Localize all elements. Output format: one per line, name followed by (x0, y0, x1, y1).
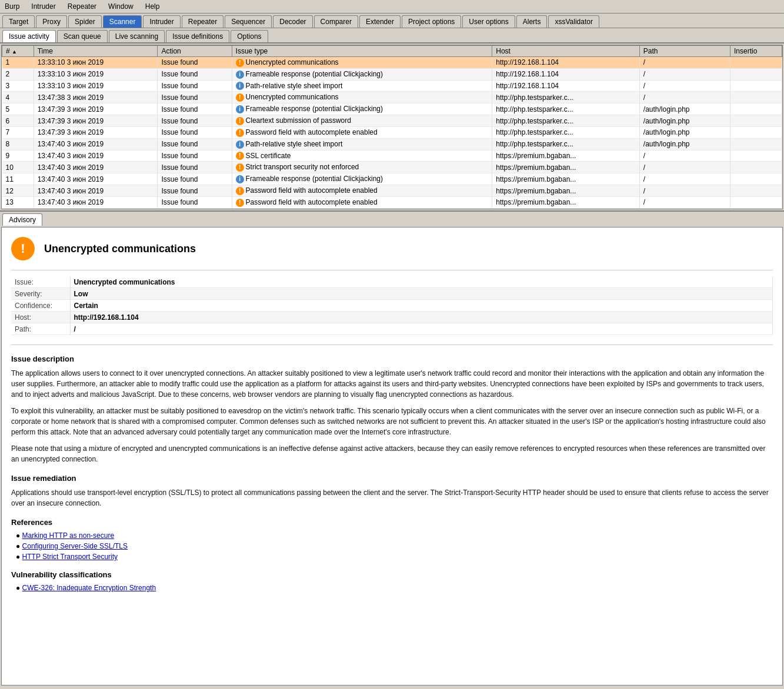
cell-issue-type: iPath-relative style sheet import (232, 138, 492, 150)
table-row[interactable]: 4 13:47:38 3 июн 2019 Issue found !Unenc… (2, 92, 782, 103)
cell-insertion (730, 162, 782, 173)
cell-id: 1 (2, 57, 34, 69)
col-header-issue-type[interactable]: Issue type (232, 46, 492, 57)
col-header-host[interactable]: Host (492, 46, 640, 57)
table-row[interactable]: 1 13:33:10 3 июн 2019 Issue found !Unenc… (2, 57, 782, 69)
severity-value: Low (70, 288, 773, 300)
cell-action: Issue found (158, 138, 232, 150)
remediation-title: Issue remediation (11, 474, 773, 483)
cell-insertion (730, 80, 782, 92)
tab-proxy[interactable]: Proxy (36, 15, 67, 28)
cell-id: 2 (2, 68, 34, 80)
cell-host: http://php.testsparker.c... (492, 103, 640, 115)
confidence-label: Confidence: (11, 300, 70, 312)
advisory-panel: Advisory ! Unencrypted communications Is… (0, 210, 784, 685)
subtab-live-scanning[interactable]: Live scanning (109, 30, 165, 42)
col-header-path[interactable]: Path (639, 46, 730, 57)
cell-issue-type: !Password field with autocomplete enable… (232, 185, 492, 197)
warning-icon: ! (236, 93, 244, 102)
issues-table-container: # Time Action Issue type Host Path Inser… (1, 45, 783, 209)
tab-alerts[interactable]: Alerts (516, 15, 548, 28)
cell-id: 6 (2, 115, 34, 127)
col-header-insertion[interactable]: Insertio (730, 46, 782, 57)
cell-id: 4 (2, 92, 34, 103)
cell-host: http://php.testsparker.c... (492, 126, 640, 138)
cell-insertion (730, 57, 782, 69)
cell-host: http://php.testsparker.c... (492, 92, 640, 103)
reference-link[interactable]: Marking HTTP as non-secure (22, 531, 115, 540)
table-row[interactable]: 6 13:47:39 3 июн 2019 Issue found !Clear… (2, 115, 782, 127)
cell-issue-type: iFrameable response (potential Clickjack… (232, 68, 492, 80)
warning-icon: ! (236, 163, 244, 172)
tab-intruder[interactable]: Intruder (143, 15, 180, 28)
cell-issue-type: !SSL certificate (232, 150, 492, 162)
cell-action: Issue found (158, 196, 232, 208)
table-row[interactable]: 12 13:47:40 3 июн 2019 Issue found !Pass… (2, 185, 782, 197)
cell-action: Issue found (158, 173, 232, 185)
menu-burp[interactable]: Burp (2, 1, 22, 12)
tab-sequencer[interactable]: Sequencer (225, 15, 272, 28)
warning-icon: ! (236, 199, 244, 207)
tab-comparer[interactable]: Comparer (314, 15, 358, 28)
table-row[interactable]: 3 13:33:10 3 июн 2019 Issue found iPath-… (2, 80, 782, 92)
subtab-issue-definitions[interactable]: Issue definitions (166, 30, 229, 42)
table-row[interactable]: 14 13:47:40 3 июн 2019 Issue found !SSL … (2, 208, 782, 209)
cell-action: Issue found (158, 185, 232, 197)
tab-xssvalidator[interactable]: xssValidator (548, 15, 599, 28)
cell-id: 8 (2, 138, 34, 150)
table-row[interactable]: 11 13:47:40 3 июн 2019 Issue found iFram… (2, 173, 782, 185)
cell-insertion (730, 115, 782, 127)
cell-issue-type: !SSL cookie without secure flag set (232, 208, 492, 209)
warning-icon: ! (236, 117, 244, 125)
cell-issue-type: iPath-relative style sheet import (232, 80, 492, 92)
description-para2: To exploit this vulnerability, an attack… (11, 406, 773, 437)
info-icon: i (236, 175, 244, 183)
reference-item: Marking HTTP as non-secure (16, 531, 773, 540)
info-icon: i (236, 105, 244, 113)
cell-insertion (730, 185, 782, 197)
table-row[interactable]: 9 13:47:40 3 июн 2019 Issue found !SSL c… (2, 150, 782, 162)
table-row[interactable]: 10 13:47:40 3 июн 2019 Issue found !Stri… (2, 162, 782, 173)
reference-link[interactable]: Configuring Server-Side SSL/TLS (22, 542, 128, 550)
col-header-num[interactable]: # (2, 46, 34, 57)
table-row[interactable]: 2 13:33:10 3 июн 2019 Issue found iFrame… (2, 68, 782, 80)
table-row[interactable]: 8 13:47:40 3 июн 2019 Issue found iPath-… (2, 138, 782, 150)
tab-spider[interactable]: Spider (68, 15, 102, 28)
col-header-action[interactable]: Action (158, 46, 232, 57)
cell-host: https://premium.bgaban... (492, 173, 640, 185)
cell-path: /auth/login.php (639, 103, 730, 115)
col-header-time[interactable]: Time (34, 46, 158, 57)
subtab-issue-activity[interactable]: Issue activity (2, 30, 56, 42)
reference-link[interactable]: HTTP Strict Transport Security (22, 553, 118, 561)
cell-action: Issue found (158, 126, 232, 138)
warning-icon: ! (236, 59, 244, 67)
tab-user-options[interactable]: User options (462, 15, 515, 28)
cell-time: 13:47:38 3 июн 2019 (34, 92, 158, 103)
table-row[interactable]: 13 13:47:40 3 июн 2019 Issue found !Pass… (2, 196, 782, 208)
cell-path: / (639, 68, 730, 80)
cell-issue-type: !Unencrypted communications (232, 57, 492, 69)
cell-host: https://premium.bgaban... (492, 162, 640, 173)
tab-target[interactable]: Target (2, 15, 35, 28)
cell-action: Issue found (158, 57, 232, 69)
cell-time: 13:47:40 3 июн 2019 (34, 185, 158, 197)
tab-repeater[interactable]: Repeater (182, 15, 223, 28)
vuln-class-link[interactable]: CWE-326: Inadequate Encryption Strength (22, 584, 156, 592)
tab-decoder[interactable]: Decoder (273, 15, 312, 28)
tab-scanner[interactable]: Scanner (103, 15, 142, 28)
table-row[interactable]: 7 13:47:39 3 июн 2019 Issue found !Passw… (2, 126, 782, 138)
tab-project-options[interactable]: Project options (402, 15, 461, 28)
cell-time: 13:47:39 3 июн 2019 (34, 126, 158, 138)
table-row[interactable]: 5 13:47:39 3 июн 2019 Issue found iFrame… (2, 103, 782, 115)
tab-extender[interactable]: Extender (359, 15, 401, 28)
menu-help[interactable]: Help (143, 1, 162, 12)
menu-repeater[interactable]: Repeater (65, 1, 99, 12)
subtab-options[interactable]: Options (231, 30, 268, 42)
cell-host: https://premium.bgaban... (492, 150, 640, 162)
menu-window[interactable]: Window (106, 1, 136, 12)
cell-path: /auth/login.php (639, 138, 730, 150)
subtab-scan-queue[interactable]: Scan queue (57, 30, 108, 42)
menu-intruder[interactable]: Intruder (29, 1, 58, 12)
cell-action: Issue found (158, 68, 232, 80)
advisory-tab[interactable]: Advisory (2, 213, 42, 226)
